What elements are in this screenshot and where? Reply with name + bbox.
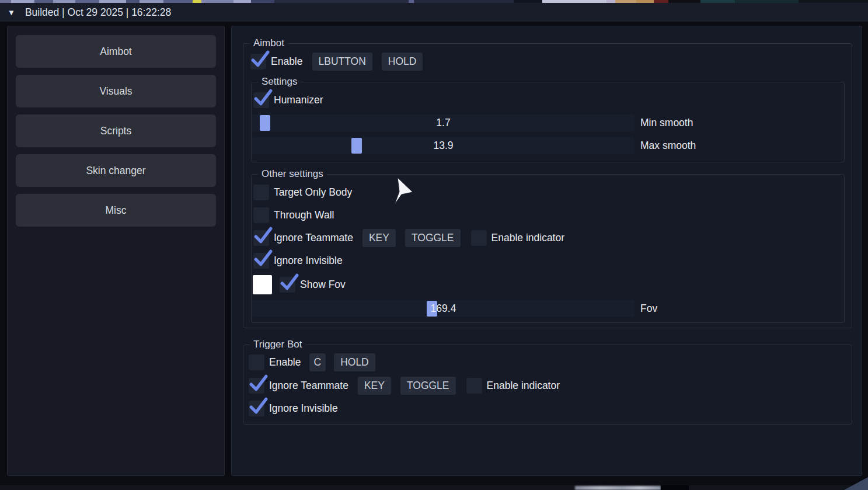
aimbot-enable-label: Enable — [271, 55, 303, 68]
trigger-ignore-teammate-row: Ignore Teammate KEY TOGGLE Enable indica… — [249, 377, 852, 394]
aimbot-ignore-invisible-checkbox[interactable] — [253, 253, 269, 269]
trigger-ignore-invisible-label: Ignore Invisible — [269, 402, 338, 415]
min-smooth-row: 1.7 Min smooth — [252, 114, 844, 131]
check-icon — [256, 228, 271, 241]
fov-slider[interactable]: 169.4 — [252, 300, 635, 317]
target-only-body-checkbox[interactable] — [253, 185, 269, 200]
trigger-ignore-teammate-checkbox[interactable] — [249, 378, 264, 394]
target-only-body-row: Target Only Body — [253, 184, 844, 201]
window-title: Builded | Oct 29 2025 | 16:22:28 — [25, 6, 171, 19]
show-fov-row: Show Fov — [253, 275, 844, 294]
humanizer-label: Humanizer — [274, 94, 323, 106]
sidebar: Aimbot Visuals Scripts Skin changer Misc — [7, 26, 225, 476]
check-icon — [253, 52, 268, 65]
aimbot-enable-indicator-checkbox[interactable] — [471, 230, 487, 246]
max-smooth-row: 13.9 Max smooth — [252, 137, 844, 154]
titlebar: ▼ Builded | Oct 29 2025 | 16:22:28 — [0, 3, 868, 22]
aimbot-group-label: Aimbot — [250, 37, 288, 50]
humanizer-checkbox[interactable] — [253, 92, 269, 108]
background-bottom-strip — [0, 485, 868, 490]
fov-color-swatch[interactable] — [253, 275, 272, 294]
aimbot-ignore-teammate-checkbox[interactable] — [253, 230, 269, 246]
trigger-ignore-invisible-row: Ignore Invisible — [249, 400, 852, 417]
aimbot-ignore-invisible-row: Ignore Invisible — [253, 252, 844, 269]
through-wall-row: Through Wall — [253, 207, 844, 224]
show-fov-checkbox[interactable] — [280, 277, 295, 293]
collapse-icon[interactable]: ▼ — [8, 9, 15, 16]
trigger-ignore-teammate-keybind-chip[interactable]: KEY — [358, 377, 391, 395]
settings-group: Settings Humanizer 1.7 Min smooth 13.9 — [251, 82, 845, 162]
sidebar-item-skin-changer[interactable]: Skin changer — [16, 154, 216, 187]
aimbot-group: Aimbot Enable LBUTTON HOLD Settings Huma… — [243, 43, 852, 328]
trigger-enable-indicator-checkbox[interactable] — [466, 378, 482, 394]
check-icon — [251, 399, 266, 412]
main-panel: Aimbot Enable LBUTTON HOLD Settings Huma… — [231, 26, 862, 476]
target-only-body-label: Target Only Body — [274, 186, 352, 199]
through-wall-label: Through Wall — [274, 209, 334, 221]
sidebar-item-scripts[interactable]: Scripts — [16, 114, 216, 147]
trigger-ignore-teammate-label: Ignore Teammate — [269, 380, 348, 392]
fov-slider-thumb[interactable] — [427, 301, 437, 317]
trigger-bot-group: Trigger Bot Enable C HOLD Ignore Teammat… — [243, 345, 852, 425]
aimbot-ignore-teammate-keymode-chip[interactable]: TOGGLE — [405, 229, 461, 247]
fov-row: 169.4 Fov — [252, 300, 844, 317]
min-smooth-label: Min smooth — [640, 117, 693, 129]
check-icon — [251, 376, 266, 389]
aimbot-keybind-chip[interactable]: LBUTTON — [312, 53, 372, 71]
show-fov-label: Show Fov — [300, 279, 346, 291]
aimbot-ignore-teammate-keybind-chip[interactable]: KEY — [362, 229, 396, 247]
other-settings-group: Other settings Target Only Body Through … — [251, 174, 845, 323]
trigger-bot-group-label: Trigger Bot — [250, 338, 305, 351]
trigger-enable-row: Enable C HOLD — [249, 353, 852, 371]
fov-value: 169.4 — [252, 300, 635, 317]
check-icon — [256, 91, 271, 103]
min-smooth-slider[interactable]: 1.7 — [252, 114, 635, 131]
aimbot-enable-indicator-label: Enable indicator — [491, 232, 565, 244]
max-smooth-value: 13.9 — [252, 137, 635, 154]
trigger-keymode-chip[interactable]: HOLD — [334, 353, 375, 371]
background-text-blur — [575, 486, 661, 490]
settings-group-label: Settings — [258, 75, 301, 88]
aimbot-ignore-invisible-label: Ignore Invisible — [274, 255, 343, 267]
max-smooth-slider-thumb[interactable] — [351, 138, 362, 154]
sidebar-item-misc[interactable]: Misc — [16, 194, 216, 227]
background-dark-patch — [661, 485, 689, 490]
trigger-enable-label: Enable — [269, 356, 301, 369]
other-settings-group-label: Other settings — [258, 168, 327, 180]
min-smooth-slider-thumb[interactable] — [260, 115, 270, 131]
max-smooth-label: Max smooth — [640, 140, 696, 152]
aimbot-ignore-teammate-label: Ignore Teammate — [274, 232, 353, 244]
bottom-right-corner-shape — [844, 477, 868, 490]
trigger-ignore-invisible-checkbox[interactable] — [249, 401, 264, 416]
aimbot-enable-row: Enable LBUTTON HOLD — [250, 53, 852, 71]
humanizer-row: Humanizer — [253, 92, 844, 109]
sidebar-item-visuals[interactable]: Visuals — [16, 75, 216, 107]
check-icon — [256, 251, 271, 264]
through-wall-checkbox[interactable] — [253, 207, 269, 223]
check-icon — [282, 275, 297, 288]
aimbot-keymode-chip[interactable]: HOLD — [382, 53, 423, 71]
trigger-enable-indicator-label: Enable indicator — [487, 380, 560, 392]
sidebar-item-aimbot[interactable]: Aimbot — [16, 35, 216, 68]
aimbot-enable-checkbox[interactable] — [250, 54, 266, 69]
min-smooth-value: 1.7 — [252, 114, 635, 131]
max-smooth-slider[interactable]: 13.9 — [252, 137, 635, 154]
fov-label: Fov — [640, 303, 657, 315]
aimbot-ignore-teammate-row: Ignore Teammate KEY TOGGLE Enable indica… — [253, 230, 844, 246]
trigger-ignore-teammate-keymode-chip[interactable]: TOGGLE — [400, 377, 456, 395]
trigger-keybind-chip[interactable]: C — [309, 353, 326, 371]
trigger-enable-checkbox[interactable] — [249, 355, 264, 370]
